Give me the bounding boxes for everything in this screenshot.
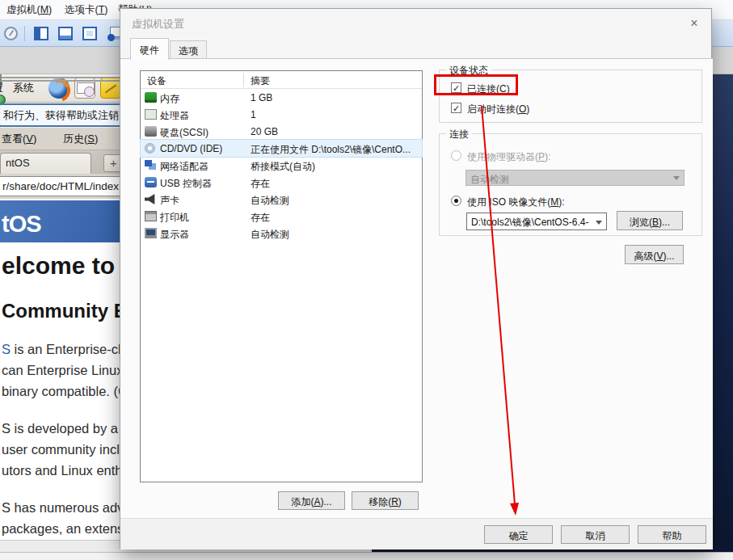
processor-icon [145,109,157,120]
connection-group: 连接 使用物理驱动器(P): 自动检测 使用 ISO 映像文件(M): D:\t… [439,133,702,236]
device-name: 网络适配器 [160,160,209,174]
advanced-button[interactable]: 高级(V)... [625,245,684,264]
mail-icon[interactable] [74,78,95,99]
table-row[interactable]: 内存1 GB [141,89,422,106]
cancel-button[interactable]: 取消 [561,525,630,544]
device-name: 处理器 [160,109,189,123]
table-row[interactable]: 显示器自动检测 [141,225,422,242]
close-icon[interactable]: × [684,14,705,33]
iso-image-label[interactable]: 使用 ISO 映像文件(M): [467,196,565,209]
library-panel-icon[interactable] [34,27,48,40]
table-row[interactable]: 处理器1 [141,106,422,123]
dialog-footer: 确定 取消 帮助 [120,518,713,549]
connection-legend: 连接 [446,128,472,141]
dialog-tabs: 硬件 选项 [120,38,713,59]
usb-controller-icon [145,177,157,187]
display-icon [145,228,157,238]
device-summary: 存在 [251,177,270,191]
device-table-body: 内存1 GB处理器1硬盘(SCSI)20 GBCD/DVD (IDE)正在使用文… [141,89,422,242]
bottom-bar [0,552,733,560]
device-name: 显示器 [160,228,189,242]
device-summary: 桥接模式(自动) [251,160,315,174]
firefox-icon[interactable] [48,78,70,99]
chevron-down-icon [596,221,602,225]
table-row[interactable]: 声卡自动检测 [141,191,422,208]
wrench-icon[interactable] [4,27,18,40]
remove-device-button[interactable]: 移除(R) [352,491,419,510]
gnome-menu-partial[interactable]: 置 [0,81,3,95]
cd-dvd-icon [145,143,155,154]
column-summary: 摘要 [251,74,270,88]
browser-tab[interactable]: ntOS [0,153,91,174]
add-device-button[interactable]: 添加(A)... [278,491,345,510]
firefox-menu-history[interactable]: 历史(S) [63,132,98,146]
toolbar-separator [24,26,25,41]
hard-disk-icon [145,126,157,137]
firefox-menu-view[interactable]: 查看(V) [2,132,36,146]
device-summary: 存在 [251,211,270,225]
physical-drive-radio[interactable] [451,150,461,161]
device-summary: 自动检测 [251,228,289,242]
iso-image-radio[interactable] [451,196,461,206]
centos-logo-text: tOS [2,211,41,238]
sound-card-icon [145,194,155,204]
iso-path-select[interactable]: D:\tools2\镜像\CentOS-6.4- [466,213,607,230]
dialog-title: 虚拟机设置 [132,17,184,32]
menu-tabs[interactable]: 选项卡(T) [65,3,107,17]
iso-path-value: D:\tools2\镜像\CentOS-6.4- [471,217,588,228]
printer-icon [145,211,157,221]
connected-checkbox[interactable]: ✓ [451,82,461,93]
menu-virtual-machine[interactable]: 虚拟机(M) [6,3,52,17]
table-row[interactable]: 打印机存在 [141,208,422,225]
physical-drive-value: 自动检测 [470,174,509,185]
device-table-header: 设备 摘要 [141,71,422,89]
screen: 虚拟机(M) 选项卡(T) 帮助(H) 置 系统 和行为、获得帮助或注销 查看(… [0,0,733,560]
note-icon[interactable] [100,78,121,99]
table-row[interactable]: 硬盘(SCSI)20 GB [141,123,422,140]
connected-label[interactable]: 已连接(C) [467,82,510,96]
device-name: CD/DVD (IDE) [160,143,222,154]
device-list: 设备 摘要 内存1 GB处理器1硬盘(SCSI)20 GBCD/DVD (IDE… [140,70,423,482]
thumbnail-bar-icon[interactable] [58,27,73,40]
network-adapter-icon [145,160,152,166]
device-name: USB 控制器 [160,177,212,191]
physical-drive-label: 使用物理驱动器(P): [467,150,550,164]
table-row[interactable]: 网络适配器桥接模式(自动) [141,157,422,174]
device-status-group: 设备状态 ✓ 已连接(C) ✓ 启动时连接(O) [439,69,702,123]
table-row[interactable]: USB 控制器存在 [141,174,422,191]
tab-options[interactable]: 选项 [170,40,207,59]
device-name: 打印机 [160,211,189,225]
device-name: 硬盘(SCSI) [160,126,209,140]
memory-icon [145,92,157,103]
device-status-legend: 设备状态 [446,64,491,78]
column-divider [243,73,244,87]
fullscreen-icon[interactable] [82,27,97,40]
help-button[interactable]: 帮助 [638,525,706,544]
device-summary: 1 [251,109,256,120]
device-name: 内存 [160,92,179,106]
gnome-menu-system[interactable]: 系统 [13,81,34,95]
column-device: 设备 [147,74,166,88]
chevron-down-icon [673,176,680,180]
tab-hardware[interactable]: 硬件 [130,38,169,60]
device-name: 声卡 [160,194,179,208]
device-summary: 20 GB [251,126,278,137]
physical-drive-select: 自动检测 [465,170,685,186]
device-summary: 1 GB [251,92,272,103]
connect-at-power-label[interactable]: 启动时连接(O) [467,103,529,116]
browse-button[interactable]: 浏览(B)... [617,211,683,230]
device-summary: 正在使用文件 D:\tools2\镜像\CentO... [251,143,411,157]
hardware-tab-page: 设备 摘要 内存1 GB处理器1硬盘(SCSI)20 GBCD/DVD (IDE… [120,58,713,518]
ok-button[interactable]: 确定 [484,525,553,544]
panel-tooltip: 和行为、获得帮助或注销 [0,103,123,127]
connect-at-power-checkbox[interactable]: ✓ [451,103,461,113]
vm-settings-dialog: 虚拟机设置 × 硬件 选项 设备 摘要 内存1 GB处理器1硬盘(SCSI)20… [120,8,712,549]
link-fragment[interactable]: S [2,342,11,356]
table-row[interactable]: CD/DVD (IDE)正在使用文件 D:\tools2\镜像\CentO... [141,140,422,157]
device-summary: 自动检测 [251,194,289,208]
